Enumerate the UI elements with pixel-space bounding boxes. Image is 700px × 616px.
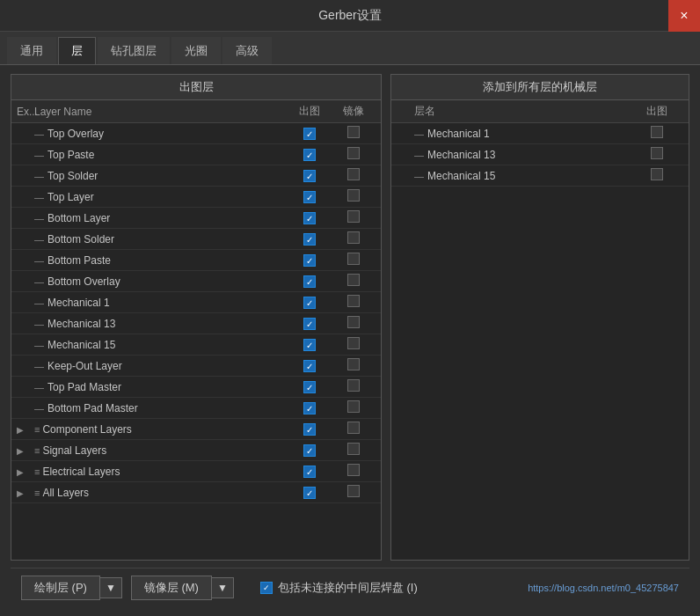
left-table-row[interactable]: —Bottom Paste bbox=[11, 250, 381, 271]
output-checkbox-checked[interactable] bbox=[303, 318, 316, 330]
group-output-check[interactable] bbox=[288, 444, 332, 458]
mirror-checkbox-empty[interactable] bbox=[347, 358, 360, 370]
row-output-check[interactable] bbox=[288, 359, 332, 373]
output-checkbox-checked[interactable] bbox=[303, 233, 316, 246]
row-mirror-check[interactable] bbox=[332, 168, 376, 183]
mirror-checkbox-empty[interactable] bbox=[347, 147, 360, 159]
mirror-checkbox-empty[interactable] bbox=[347, 400, 360, 413]
output-checkbox-checked[interactable] bbox=[303, 170, 316, 182]
right-output-checkbox-empty[interactable] bbox=[651, 126, 663, 138]
output-checkbox-checked[interactable] bbox=[303, 381, 316, 393]
row-output-check[interactable] bbox=[288, 380, 332, 394]
row-output-check[interactable] bbox=[288, 169, 332, 183]
row-mirror-check[interactable] bbox=[332, 358, 376, 373]
group-output-checkbox-checked[interactable] bbox=[303, 423, 316, 436]
row-mirror-check[interactable] bbox=[332, 295, 376, 310]
row-mirror-check[interactable] bbox=[332, 189, 376, 204]
row-mirror-check[interactable] bbox=[332, 126, 376, 141]
right-output-checkbox-empty[interactable] bbox=[651, 147, 663, 159]
left-table-row[interactable]: —Bottom Solder bbox=[11, 229, 381, 250]
row-output-check[interactable] bbox=[288, 211, 332, 225]
output-checkbox-checked[interactable] bbox=[303, 275, 316, 288]
right-row-output-check[interactable] bbox=[631, 168, 683, 183]
output-checkbox-checked[interactable] bbox=[303, 149, 316, 161]
row-output-check[interactable] bbox=[288, 296, 332, 310]
row-output-check[interactable] bbox=[288, 275, 332, 289]
output-checkbox-checked[interactable] bbox=[303, 339, 316, 351]
mirror-checkbox-empty[interactable] bbox=[347, 316, 360, 328]
left-table-row[interactable]: —Bottom Layer bbox=[11, 208, 381, 229]
left-table-row[interactable]: —Top Overlay bbox=[11, 123, 381, 144]
group-row[interactable]: ▶ ≡Signal Layers bbox=[11, 440, 381, 461]
group-mirror-check[interactable] bbox=[332, 443, 376, 458]
draw-layers-button[interactable]: 绘制层 (P) bbox=[21, 576, 100, 600]
expand-arrow-icon[interactable]: ▶ bbox=[17, 467, 24, 477]
tab-aperture[interactable]: 光圈 bbox=[171, 37, 221, 64]
row-mirror-check[interactable] bbox=[332, 147, 376, 162]
row-output-check[interactable] bbox=[288, 401, 332, 415]
group-output-check[interactable] bbox=[288, 486, 332, 500]
row-output-check[interactable] bbox=[288, 232, 332, 246]
mirror-checkbox-empty[interactable] bbox=[347, 379, 360, 392]
output-checkbox-checked[interactable] bbox=[303, 254, 316, 267]
right-table-row[interactable]: —Mechanical 13 bbox=[391, 144, 689, 165]
left-table-row[interactable]: —Top Pad Master bbox=[11, 377, 381, 398]
row-output-check[interactable] bbox=[288, 127, 332, 141]
left-table-row[interactable]: —Keep-Out Layer bbox=[11, 356, 381, 377]
tab-layers[interactable]: 层 bbox=[58, 37, 96, 64]
right-row-output-check[interactable] bbox=[631, 126, 683, 141]
left-table-row[interactable]: —Top Layer bbox=[11, 187, 381, 208]
left-table-row[interactable]: —Bottom Overlay bbox=[11, 271, 381, 292]
row-mirror-check[interactable] bbox=[332, 379, 376, 394]
unconnected-checkbox[interactable] bbox=[260, 582, 273, 594]
row-mirror-check[interactable] bbox=[332, 400, 376, 415]
group-mirror-check[interactable] bbox=[332, 485, 376, 500]
group-row[interactable]: ▶ ≡Component Layers bbox=[11, 419, 381, 440]
mirror-checkbox-empty[interactable] bbox=[347, 295, 360, 307]
left-table-row[interactable]: —Mechanical 13 bbox=[11, 313, 381, 334]
row-output-check[interactable] bbox=[288, 317, 332, 331]
mirror-checkbox-empty[interactable] bbox=[347, 189, 360, 202]
row-mirror-check[interactable] bbox=[332, 316, 376, 331]
group-row[interactable]: ▶ ≡Electrical Layers bbox=[11, 461, 381, 482]
left-table-row[interactable]: —Mechanical 1 bbox=[11, 292, 381, 313]
mirror-layers-button[interactable]: 镜像层 (M) bbox=[131, 576, 212, 600]
group-output-checkbox-checked[interactable] bbox=[303, 487, 316, 499]
row-output-check[interactable] bbox=[288, 253, 332, 268]
tab-advanced[interactable]: 高级 bbox=[222, 37, 272, 64]
tab-general[interactable]: 通用 bbox=[7, 37, 56, 64]
output-checkbox-checked[interactable] bbox=[303, 402, 316, 414]
right-table-row[interactable]: —Mechanical 15 bbox=[391, 165, 689, 187]
expand-arrow-icon[interactable]: ▶ bbox=[17, 425, 24, 435]
left-table-row[interactable]: —Top Paste bbox=[11, 144, 381, 165]
mirror-layers-dropdown[interactable]: ▼ bbox=[212, 577, 234, 598]
row-output-check[interactable] bbox=[288, 148, 332, 162]
mirror-checkbox-empty[interactable] bbox=[347, 126, 360, 138]
draw-layers-dropdown[interactable]: ▼ bbox=[100, 577, 122, 598]
row-mirror-check[interactable] bbox=[332, 337, 376, 352]
row-mirror-check[interactable] bbox=[332, 253, 376, 268]
mirror-checkbox-empty[interactable] bbox=[347, 274, 360, 286]
group-mirror-checkbox-empty[interactable] bbox=[347, 443, 360, 455]
row-output-check[interactable] bbox=[288, 190, 332, 204]
group-mirror-checkbox-empty[interactable] bbox=[347, 422, 360, 434]
output-checkbox-checked[interactable] bbox=[303, 212, 316, 224]
close-button[interactable]: × bbox=[668, 0, 700, 32]
output-checkbox-checked[interactable] bbox=[303, 128, 316, 140]
output-checkbox-checked[interactable] bbox=[303, 297, 316, 309]
left-table-row[interactable]: —Mechanical 15 bbox=[11, 334, 381, 356]
expand-arrow-icon[interactable]: ▶ bbox=[17, 488, 24, 498]
group-output-check[interactable] bbox=[288, 422, 332, 436]
group-output-check[interactable] bbox=[288, 465, 332, 479]
group-mirror-checkbox-empty[interactable] bbox=[347, 464, 360, 476]
right-row-output-check[interactable] bbox=[631, 147, 683, 162]
output-checkbox-checked[interactable] bbox=[303, 191, 316, 203]
group-mirror-check[interactable] bbox=[332, 422, 376, 436]
mirror-checkbox-empty[interactable] bbox=[347, 231, 360, 244]
output-checkbox-checked[interactable] bbox=[303, 360, 316, 372]
right-output-checkbox-empty[interactable] bbox=[651, 168, 663, 180]
mirror-checkbox-empty[interactable] bbox=[347, 168, 360, 180]
mirror-checkbox-empty[interactable] bbox=[347, 337, 360, 349]
tab-drill[interactable]: 钻孔图层 bbox=[98, 37, 170, 64]
group-mirror-checkbox-empty[interactable] bbox=[347, 485, 360, 497]
